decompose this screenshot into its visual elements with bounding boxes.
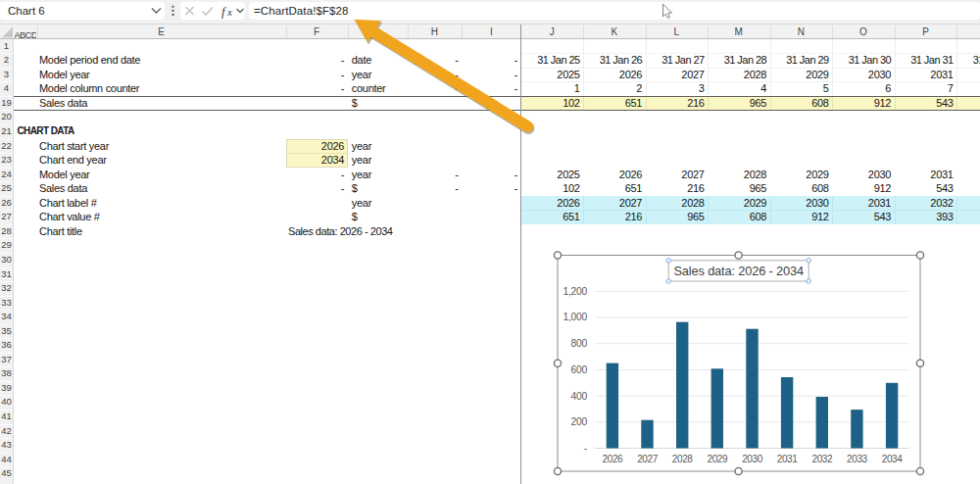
svg-text:x: x <box>226 6 232 18</box>
